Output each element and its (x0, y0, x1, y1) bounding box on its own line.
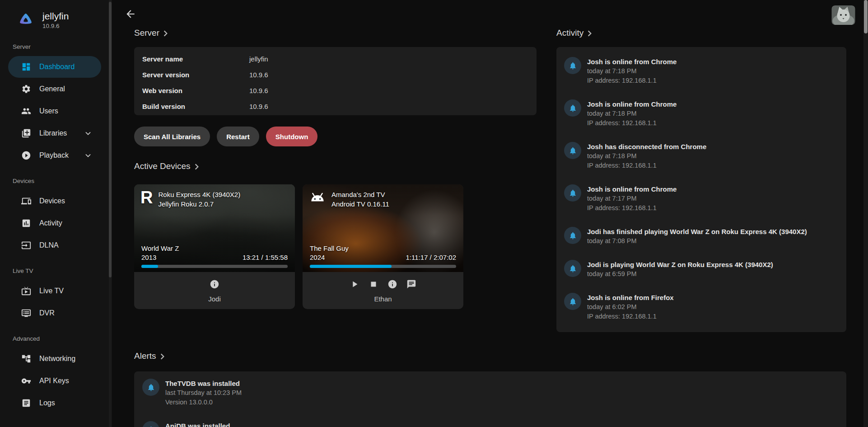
feed-time: today at 7:18 PM (587, 151, 706, 161)
bell-icon (564, 57, 581, 74)
user-avatar[interactable] (831, 5, 855, 25)
now-playing-title: World War Z (141, 244, 179, 253)
sidebar-item-dvr[interactable]: DVR (8, 302, 101, 324)
chevron-right-icon (163, 30, 168, 37)
chevron-right-icon (160, 353, 164, 360)
activity-item: Josh is online from Chrome today at 7:18… (564, 57, 837, 85)
feed-title: Josh is online from Firefox (587, 293, 674, 302)
chevron-down-icon[interactable] (83, 150, 93, 160)
sidebar-section: Live TV Live TV DVR (0, 267, 112, 324)
settings-icon (21, 84, 31, 94)
activity-section-title: Activity (556, 28, 583, 38)
sidebar-item-users[interactable]: Users (8, 100, 101, 122)
sidebar-item-general[interactable]: General (8, 78, 101, 100)
sidebar-item-label: General (39, 85, 65, 93)
server-version-row: Server version 10.9.6 (134, 67, 537, 83)
page-scrollbar-thumb[interactable] (864, 0, 868, 33)
sidebar-item-libraries[interactable]: Libraries (8, 122, 101, 144)
stop-button[interactable] (369, 279, 378, 289)
dashboard-icon (21, 62, 31, 72)
shutdown-button[interactable]: Shutdown (266, 127, 317, 146)
sidebar-section-label: Server (13, 43, 112, 50)
live-tv-icon (21, 286, 31, 296)
active-devices-section-link[interactable]: Active Devices (134, 161, 199, 171)
back-button[interactable] (125, 8, 136, 20)
feed-time: today at 6:59 PM (587, 269, 773, 279)
feed-detail: IP address: 192.168.1.1 (587, 161, 706, 170)
document-icon (21, 398, 31, 408)
activity-section-link[interactable]: Activity (556, 28, 592, 38)
restart-button[interactable]: Restart (217, 127, 259, 146)
sidebar-item-label: Activity (39, 219, 62, 227)
feed-title: TheTVDB was installed (165, 379, 242, 388)
sidebar-scrollbar-thumb[interactable] (109, 2, 112, 277)
server-version-value: 10.9.6 (249, 71, 268, 79)
sidebar-item-label: Devices (39, 197, 65, 205)
feed-title: Josh is online from Chrome (587, 99, 677, 109)
activity-item: Jodi has finished playing World War Z on… (564, 227, 837, 246)
device-name: Amanda's 2nd TV (331, 190, 389, 199)
sidebar-item-label: Playback (39, 151, 69, 160)
bell-icon (564, 99, 581, 117)
bell-icon (564, 142, 581, 159)
bell-icon (142, 421, 159, 427)
alert-item: AniDB was installed (142, 421, 837, 427)
alerts-section-link[interactable]: Alerts (134, 351, 164, 361)
dvr-icon (21, 308, 31, 318)
app-title: jellyfin (42, 11, 69, 22)
info-button[interactable] (387, 279, 397, 289)
sidebar-item-live-tv[interactable]: Live TV (8, 280, 101, 302)
sidebar-item-dlna[interactable]: DLNA (8, 235, 101, 256)
activity-item: Jodi is playing World War Z on Roku Expr… (564, 260, 837, 279)
device-card[interactable]: R Roku Express 4K (3940X2) Jellyfin Roku… (134, 184, 295, 309)
sidebar-section: Server Dashboard General Users Libraries… (0, 43, 112, 166)
feed-title: Jodi is playing World War Z on Roku Expr… (587, 260, 773, 269)
message-button[interactable] (406, 279, 416, 289)
chevron-down-icon[interactable] (83, 128, 93, 138)
input-icon (21, 240, 31, 250)
sidebar-item-activity[interactable]: Activity (8, 212, 101, 234)
server-info-card: Server name jellyfin Server version 10.9… (134, 47, 537, 115)
sidebar-item-label: DLNA (39, 241, 59, 249)
client-version: Android TV 0.16.11 (331, 199, 389, 209)
sidebar-item-dashboard[interactable]: Dashboard (8, 56, 101, 78)
app-version: 10.9.6 (42, 23, 69, 29)
feed-time: today at 7:18 PM (587, 109, 677, 118)
active-devices-row: R Roku Express 4K (3940X2) Jellyfin Roku… (134, 184, 463, 309)
jellyfin-logo-icon (17, 12, 34, 29)
feed-time: today at 7:08 PM (587, 236, 807, 246)
scan-all-libraries-button[interactable]: Scan All Libraries (134, 127, 210, 146)
sidebar-item-label: Networking (39, 355, 75, 363)
sidebar-item-playback[interactable]: Playback (8, 145, 101, 166)
feed-title: Josh is online from Chrome (587, 184, 677, 194)
server-section-link[interactable]: Server (134, 28, 168, 38)
feed-time: today at 7:18 PM (587, 66, 677, 76)
sidebar: jellyfin 10.9.6 Server Dashboard General… (0, 0, 112, 427)
chevron-right-icon (195, 164, 199, 170)
info-button[interactable] (210, 279, 219, 289)
sidebar-item-label: API Keys (39, 377, 69, 385)
chevron-right-icon (588, 30, 592, 37)
jellyfin-dashboard: { "app": { "name": "jellyfin", "version"… (0, 0, 868, 427)
web-version-row: Web version 10.9.6 (134, 83, 537, 99)
sidebar-item-devices[interactable]: Devices (8, 190, 101, 212)
server-name-label: Server name (142, 55, 249, 63)
devices-icon (21, 196, 31, 206)
bell-icon (564, 260, 581, 277)
key-icon (21, 376, 31, 386)
sidebar-item-api-keys[interactable]: API Keys (8, 370, 101, 392)
bell-icon (142, 379, 159, 396)
sidebar-item-logs[interactable]: Logs (8, 392, 101, 414)
build-version-value: 10.9.6 (249, 103, 268, 110)
server-version-label: Server version (142, 71, 249, 79)
play-button[interactable] (350, 279, 359, 289)
feed-detail: Version 13.0.0.0 (165, 398, 242, 407)
feed-detail: IP address: 192.168.1.1 (587, 76, 677, 85)
page-scrollbar-track[interactable] (863, 0, 868, 427)
sidebar-item-networking[interactable]: Networking (8, 348, 101, 370)
playback-time: 1:11:17 / 2:07:02 (406, 253, 456, 262)
activity-item: Josh is online from Chrome today at 7:17… (564, 184, 837, 213)
activity-item: Josh is online from Chrome today at 7:18… (564, 99, 837, 128)
progress-fill (141, 265, 158, 268)
device-card[interactable]: Amanda's 2nd TV Android TV 0.16.11 The F… (303, 184, 463, 309)
